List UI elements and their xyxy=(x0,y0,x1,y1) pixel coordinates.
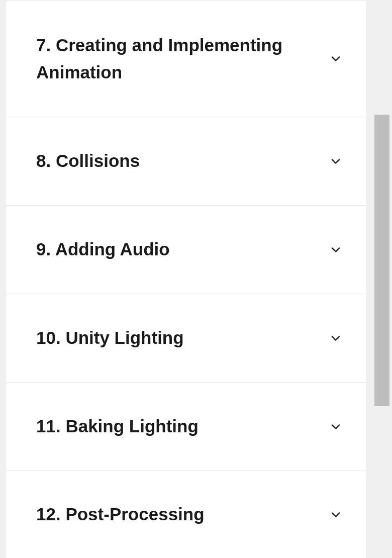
section-name: Post-Processing xyxy=(65,504,204,524)
section-item-8[interactable]: 8. Collisions xyxy=(6,117,366,206)
section-name: Baking Lighting xyxy=(65,416,198,436)
section-name: Unity Lighting xyxy=(65,328,183,347)
section-number: 11 xyxy=(36,416,56,436)
section-item-9[interactable]: 9. Adding Audio xyxy=(6,206,366,294)
scrollbar-track[interactable] xyxy=(372,0,392,558)
section-item-11[interactable]: 11. Baking Lighting xyxy=(6,383,366,471)
section-name: Creating and Implementing Animation xyxy=(36,35,282,82)
section-title: 10. Unity Lighting xyxy=(36,324,184,351)
section-name: Adding Audio xyxy=(55,239,170,259)
section-name: Collisions xyxy=(56,151,140,170)
section-title: 7. Creating and Implementing Animation xyxy=(36,32,298,86)
section-item-7[interactable]: 7. Creating and Implementing Animation xyxy=(6,1,366,117)
chevron-down-icon[interactable] xyxy=(328,242,344,258)
section-item-12[interactable]: 12. Post-Processing xyxy=(6,471,366,558)
chevron-down-icon[interactable] xyxy=(328,51,344,67)
section-number: 7 xyxy=(36,35,46,55)
section-number: 9 xyxy=(36,239,46,259)
section-title: 8. Collisions xyxy=(36,147,140,174)
section-number: 8 xyxy=(36,151,46,170)
section-title: 12. Post-Processing xyxy=(36,501,205,528)
course-sections-list: 7. Creating and Implementing Animation 8… xyxy=(6,1,366,558)
section-title: 11. Baking Lighting xyxy=(36,413,199,440)
section-number: 12 xyxy=(36,504,56,524)
chevron-down-icon[interactable] xyxy=(328,330,344,346)
chevron-down-icon[interactable] xyxy=(328,153,344,169)
section-title: 9. Adding Audio xyxy=(36,236,170,263)
section-item-10[interactable]: 10. Unity Lighting xyxy=(6,294,366,383)
scrollbar-thumb[interactable] xyxy=(374,115,389,406)
chevron-down-icon[interactable] xyxy=(328,507,344,523)
chevron-down-icon[interactable] xyxy=(328,419,344,435)
section-number: 10 xyxy=(36,328,56,347)
